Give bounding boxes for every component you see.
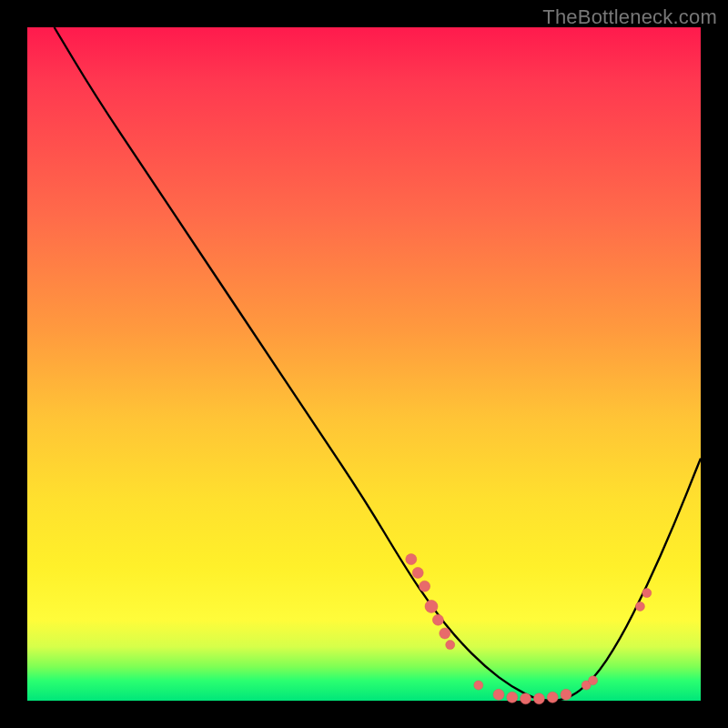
curve-svg xyxy=(27,27,701,701)
curve-marker xyxy=(406,554,417,565)
curve-marker xyxy=(521,693,531,704)
curve-markers xyxy=(406,554,652,704)
curve-marker xyxy=(533,693,544,704)
curve-marker xyxy=(561,689,571,700)
curve-marker xyxy=(474,681,483,690)
curve-marker xyxy=(432,614,443,625)
curve-marker xyxy=(589,676,598,685)
curve-marker xyxy=(635,602,644,611)
curve-marker xyxy=(420,581,430,592)
watermark-text: TheBottleneck.com xyxy=(542,5,717,29)
curve-marker xyxy=(493,689,504,700)
curve-marker xyxy=(547,692,558,703)
curve-marker xyxy=(642,589,652,598)
plot-area xyxy=(27,27,701,701)
curve-marker xyxy=(412,567,423,578)
bottleneck-curve xyxy=(55,27,701,701)
curve-marker xyxy=(446,641,455,650)
curve-marker xyxy=(440,628,450,639)
chart-frame: TheBottleneck.com xyxy=(0,0,728,728)
curve-marker xyxy=(507,692,518,703)
curve-marker xyxy=(425,600,438,612)
